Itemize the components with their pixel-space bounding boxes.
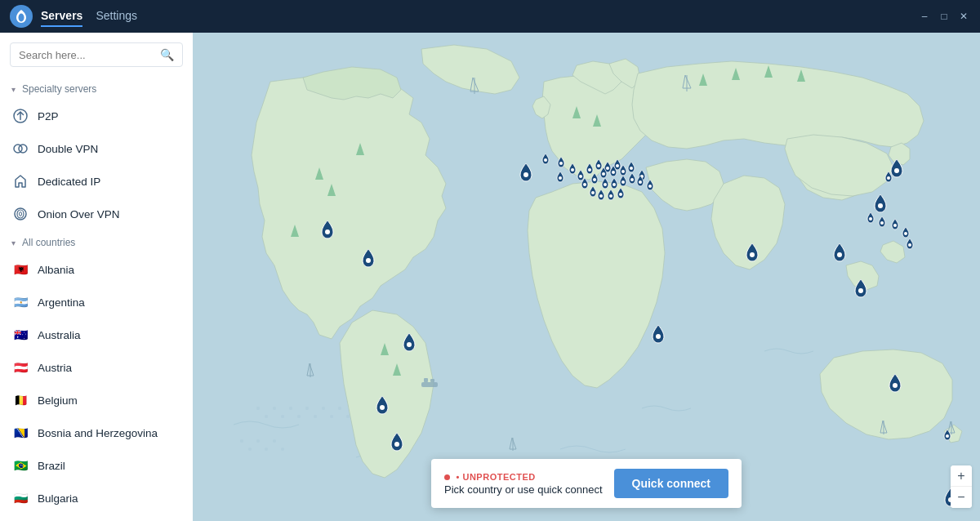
albania-label: Albania <box>38 264 74 276</box>
svg-point-44 <box>380 405 385 410</box>
svg-point-56 <box>583 183 586 186</box>
svg-point-59 <box>612 171 615 174</box>
nav-settings[interactable]: Settings <box>96 6 137 27</box>
australia-label: Australia <box>38 329 81 341</box>
svg-point-10 <box>265 415 268 418</box>
belgium-label: Belgium <box>38 394 78 407</box>
svg-point-55 <box>616 164 619 167</box>
double-vpn-label: Double VPN <box>38 143 98 155</box>
svg-point-15 <box>305 407 309 410</box>
svg-point-4 <box>19 145 27 153</box>
bulgaria-label: Bulgaria <box>38 492 78 505</box>
sidebar-item-p2p[interactable]: P2P <box>0 100 193 132</box>
titlebar-nav: Servers Settings <box>41 6 137 27</box>
status-description: Pick country or use quick connect <box>444 483 604 496</box>
sidebar-item-bulgaria[interactable]: 🇧🇬 Bulgaria <box>0 482 193 514</box>
zoom-controls: + − <box>951 465 972 508</box>
restore-button[interactable]: □ <box>938 10 951 23</box>
zoom-in-button[interactable]: + <box>951 465 972 487</box>
chevron-down-icon-2: ▾ <box>11 238 16 247</box>
close-button[interactable]: ✕ <box>957 10 970 23</box>
svg-point-50 <box>559 176 562 180</box>
svg-point-27 <box>273 439 276 443</box>
section-all-countries[interactable]: ▾ All countries <box>0 230 193 253</box>
sidebar-item-belgium[interactable]: 🇧🇪 Belgium <box>0 384 193 416</box>
minimize-button[interactable]: – <box>918 10 931 23</box>
svg-point-28 <box>281 448 284 451</box>
svg-point-81 <box>869 217 872 220</box>
argentina-flag: 🇦🇷 <box>11 293 29 311</box>
svg-point-78 <box>878 203 883 208</box>
sidebar-item-dedicated-ip[interactable]: Dedicated IP <box>0 165 193 198</box>
svg-point-68 <box>648 185 652 188</box>
svg-point-43 <box>407 342 412 347</box>
window-controls: – □ ✕ <box>918 10 970 23</box>
zoom-out-button[interactable]: − <box>951 487 972 508</box>
titlebar: Servers Settings – □ ✕ <box>0 0 980 33</box>
sidebar-item-argentina[interactable]: 🇦🇷 Argentina <box>0 286 193 318</box>
svg-point-61 <box>630 167 633 170</box>
svg-rect-37 <box>430 379 434 382</box>
svg-point-58 <box>602 172 605 176</box>
search-icon: 🔍 <box>160 48 174 61</box>
svg-point-48 <box>559 162 563 165</box>
sidebar-list: ▾ Specialty servers P2P <box>0 77 193 521</box>
svg-point-79 <box>887 176 890 180</box>
sidebar-item-australia[interactable]: 🇦🇺 Australia <box>0 318 193 351</box>
search-box[interactable]: 🔍 <box>10 42 183 67</box>
dedicated-ip-label: Dedicated IP <box>38 176 100 188</box>
dedicated-ip-icon <box>11 172 29 190</box>
brazil-flag: 🇧🇷 <box>11 456 29 474</box>
sidebar-item-canada[interactable]: 🇨🇦 Canada <box>0 514 193 521</box>
svg-point-16 <box>314 415 317 418</box>
svg-point-84 <box>904 232 907 235</box>
svg-point-6 <box>17 210 24 218</box>
svg-point-20 <box>346 415 350 418</box>
quick-connect-button[interactable]: Quick connect <box>614 469 728 498</box>
onion-vpn-icon <box>11 205 29 223</box>
sidebar-item-onion-vpn[interactable]: Onion Over VPN <box>0 198 193 230</box>
sidebar-item-brazil[interactable]: 🇧🇷 Brazil <box>0 449 193 482</box>
p2p-icon <box>11 107 29 125</box>
svg-point-51 <box>579 175 582 178</box>
status-dot <box>444 474 450 480</box>
svg-point-23 <box>240 439 243 443</box>
belgium-flag: 🇧🇪 <box>11 391 29 409</box>
australia-flag: 🇦🇺 <box>11 326 29 344</box>
sidebar-item-double-vpn[interactable]: Double VPN <box>0 132 193 165</box>
nav-servers[interactable]: Servers <box>41 6 82 27</box>
svg-point-18 <box>330 415 333 418</box>
svg-point-64 <box>612 183 616 186</box>
svg-point-49 <box>571 168 574 171</box>
svg-point-76 <box>837 252 842 257</box>
svg-point-13 <box>289 407 292 410</box>
svg-point-45 <box>394 442 399 447</box>
svg-point-82 <box>880 221 884 225</box>
search-input[interactable] <box>19 49 160 61</box>
svg-point-52 <box>588 168 591 171</box>
double-vpn-icon <box>11 140 29 158</box>
main-layout: 🔍 ▾ Specialty servers P2P <box>0 33 980 521</box>
svg-point-77 <box>894 168 899 173</box>
svg-point-83 <box>893 224 897 227</box>
svg-point-14 <box>297 415 301 418</box>
svg-point-19 <box>338 407 341 410</box>
svg-point-73 <box>656 334 661 339</box>
svg-point-42 <box>366 258 371 263</box>
sidebar-item-bosnia[interactable]: 🇧🇦 Bosnia and Herzegovina <box>0 416 193 449</box>
status-badge: • UNPROTECTED <box>444 472 604 482</box>
section-specialty-servers[interactable]: ▾ Specialty servers <box>0 77 193 100</box>
svg-point-69 <box>591 191 595 194</box>
svg-point-12 <box>281 415 284 418</box>
bulgaria-flag: 🇧🇬 <box>11 489 29 507</box>
argentina-label: Argentina <box>38 296 85 309</box>
svg-point-86 <box>946 434 949 438</box>
svg-point-67 <box>639 180 642 184</box>
sidebar-item-austria[interactable]: 🇦🇹 Austria <box>0 351 193 384</box>
svg-point-66 <box>630 178 634 181</box>
sidebar-item-albania[interactable]: 🇦🇱 Albania <box>0 253 193 286</box>
svg-point-46 <box>523 172 528 177</box>
svg-rect-35 <box>421 382 438 387</box>
svg-point-9 <box>256 407 260 410</box>
svg-point-75 <box>858 288 863 293</box>
